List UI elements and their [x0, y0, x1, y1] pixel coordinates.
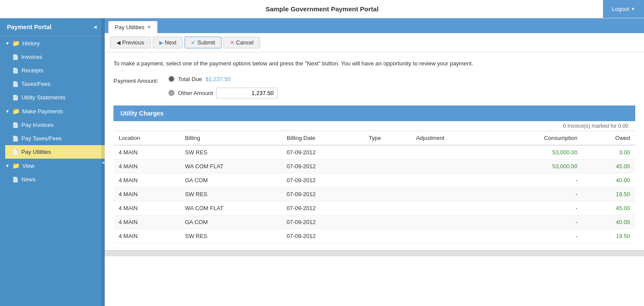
col-billing: Billing	[180, 131, 281, 145]
table-row: 4 MAINWA COM FLAT07-09-201253,000.0045.0…	[113, 159, 635, 173]
next-button[interactable]: ▶ Next	[153, 37, 183, 48]
sidebar-section-make-payments[interactable]: ▼ 📁 Make Payments	[0, 104, 105, 118]
sidebar-header: Payment Portal ◄	[0, 18, 105, 36]
submit-icon: ✔	[191, 40, 195, 46]
table-row: 4 MAINGA COM07-09-2012-40.00	[113, 215, 635, 229]
sidebar-item-label: Receipts	[21, 67, 44, 74]
cancel-label: Cancel	[236, 39, 253, 46]
logout-button[interactable]: Logout ▼	[603, 0, 644, 18]
sidebar-item-taxes-fees[interactable]: 📄 Taxes/Fees	[5, 77, 105, 91]
utility-charges-header: Utility Charges	[113, 105, 635, 121]
total-due-value[interactable]: $1,237.50	[206, 76, 231, 82]
table-header-row: Location Billing Billing Date Type Adjus…	[113, 131, 635, 145]
sidebar-section-history[interactable]: ▼ 📁 History	[0, 36, 105, 50]
sidebar-item-label: Taxes/Fees	[21, 81, 50, 87]
main-content: Pay Utilities ✕ ◀ Previous ▶ Next ✔ Subm…	[105, 18, 644, 306]
total-due-label: Total Due	[178, 76, 202, 82]
page-title: Sample Government Payment Portal	[265, 5, 378, 13]
sidebar-item-news[interactable]: 📄 News	[5, 173, 105, 186]
payment-amount-row: Payment Amount: Total Due $1,237.50 Othe…	[113, 76, 635, 99]
payment-options: Total Due $1,237.50 Other Amount	[168, 76, 277, 99]
table-row: 4 MAINSW RES07-09-2012-19.50	[113, 229, 635, 243]
utility-charges-table: Location Billing Billing Date Type Adjus…	[113, 131, 635, 243]
previous-button[interactable]: ◀ Previous	[110, 37, 151, 48]
main-layout: Payment Portal ◄ ▼ 📁 History 📄 Invoices …	[0, 18, 644, 306]
col-adjustment: Adjustment	[411, 131, 491, 145]
submit-button[interactable]: ✔ Submit	[185, 37, 221, 48]
dropdown-arrow-icon: ▼	[631, 7, 635, 11]
col-billing-date: Billing Date	[281, 131, 363, 145]
other-amount-label: Other Amount	[178, 90, 213, 96]
expand-arrow-icon: ▼	[5, 109, 10, 114]
col-type: Type	[363, 131, 411, 145]
doc-icon: 📄	[12, 54, 19, 60]
history-children: 📄 Invoices 📄 Receipts 📄 Taxes/Fees 📄 Uti…	[0, 50, 105, 104]
instruction-text: To make a payment, select one of the pay…	[113, 59, 635, 68]
next-label: Next	[165, 39, 177, 46]
col-location: Location	[113, 131, 180, 145]
sidebar-item-invoices[interactable]: 📄 Invoices	[5, 50, 105, 64]
table-row: 4 MAINSW RES07-09-2012-19.50	[113, 187, 635, 201]
horizontal-scrollbar[interactable]	[105, 250, 644, 256]
sidebar-section-label: View	[22, 163, 34, 169]
toolbar: ◀ Previous ▶ Next ✔ Submit ✕ Cancel	[105, 33, 644, 52]
doc-icon: 📄	[12, 136, 19, 142]
table-row: 4 MAINWA COM FLAT07-09-2012-45.00	[113, 201, 635, 215]
other-amount-option[interactable]: Other Amount	[168, 88, 277, 99]
table-row: 4 MAINGA COM07-09-2012-40.00	[113, 173, 635, 187]
sidebar-item-receipts[interactable]: 📄 Receipts	[5, 64, 105, 77]
doc-icon: 📄	[12, 122, 19, 128]
total-due-radio[interactable]	[168, 76, 175, 82]
sidebar-item-label: News	[21, 176, 36, 183]
submit-label: Submit	[197, 39, 215, 46]
tab-bar: Pay Utilities ✕	[105, 18, 644, 33]
folder-icon: 📁	[12, 108, 20, 115]
other-amount-radio[interactable]	[168, 90, 175, 96]
sidebar-item-label: Utility Statements	[21, 94, 65, 101]
cancel-button[interactable]: ✕ Cancel	[223, 37, 260, 48]
sidebar-item-label: Invoices	[21, 54, 42, 60]
folder-icon: 📁	[12, 40, 20, 47]
sidebar-item-label: Pay Invoices	[21, 122, 54, 128]
sidebar-item-pay-utilities[interactable]: 📄 Pay Utilities	[5, 145, 105, 159]
sidebar-item-utility-statements[interactable]: 📄 Utility Statements	[5, 91, 105, 104]
sidebar-resize-handle[interactable]: ◀	[101, 18, 105, 306]
previous-icon: ◀	[116, 40, 120, 46]
previous-label: Previous	[122, 39, 144, 46]
doc-icon: 📄	[12, 177, 19, 183]
col-consumption: Consumption	[491, 131, 582, 145]
sidebar-title: Payment Portal	[7, 24, 51, 31]
utility-charges-section: Utility Charges 0 Invoice(s) marked for …	[113, 105, 635, 243]
expand-arrow-icon: ▼	[5, 41, 10, 46]
sidebar-item-pay-invoices[interactable]: 📄 Pay Invoices	[5, 118, 105, 132]
other-amount-input[interactable]	[216, 88, 277, 99]
sidebar: Payment Portal ◄ ▼ 📁 History 📄 Invoices …	[0, 18, 105, 306]
col-owed: Owed	[583, 131, 636, 145]
tab-pay-utilities[interactable]: Pay Utilities ✕	[108, 21, 158, 33]
section-title: Utility Charges	[120, 110, 164, 117]
table-meta: 0 Invoice(s) marked for 0.00	[113, 121, 635, 131]
sidebar-toggle-button[interactable]: ◄	[92, 24, 98, 30]
payment-amount-label: Payment Amount:	[113, 76, 161, 84]
sidebar-section-view[interactable]: ▼ 📁 View	[0, 159, 105, 173]
doc-icon: 📄	[12, 149, 19, 155]
make-payments-children: 📄 Pay Invoices 📄 Pay Taxes/Fees 📄 Pay Ut…	[0, 118, 105, 159]
doc-icon: 📄	[12, 68, 19, 74]
top-bar: Sample Government Payment Portal Logout …	[0, 0, 644, 18]
sidebar-item-pay-taxes-fees[interactable]: 📄 Pay Taxes/Fees	[5, 132, 105, 145]
table-row: 4 MAINSW RES07-09-201253,000.003.00	[113, 145, 635, 160]
sidebar-section-label: History	[22, 40, 40, 47]
folder-icon: 📁	[12, 162, 20, 169]
content-area: To make a payment, select one of the pay…	[105, 52, 644, 250]
tab-label: Pay Utilities	[115, 24, 144, 31]
doc-icon: 📄	[12, 81, 19, 87]
total-due-option[interactable]: Total Due $1,237.50	[168, 76, 277, 82]
doc-icon: 📄	[12, 95, 19, 101]
table-body: 4 MAINSW RES07-09-201253,000.003.004 MAI…	[113, 145, 635, 243]
next-icon: ▶	[159, 40, 163, 46]
expand-arrow-icon: ▼	[5, 163, 10, 168]
sidebar-section-label: Make Payments	[22, 108, 63, 115]
tab-close-button[interactable]: ✕	[147, 24, 151, 30]
sidebar-item-label: Pay Taxes/Fees	[21, 135, 62, 142]
sidebar-item-label: Pay Utilities	[21, 149, 51, 155]
